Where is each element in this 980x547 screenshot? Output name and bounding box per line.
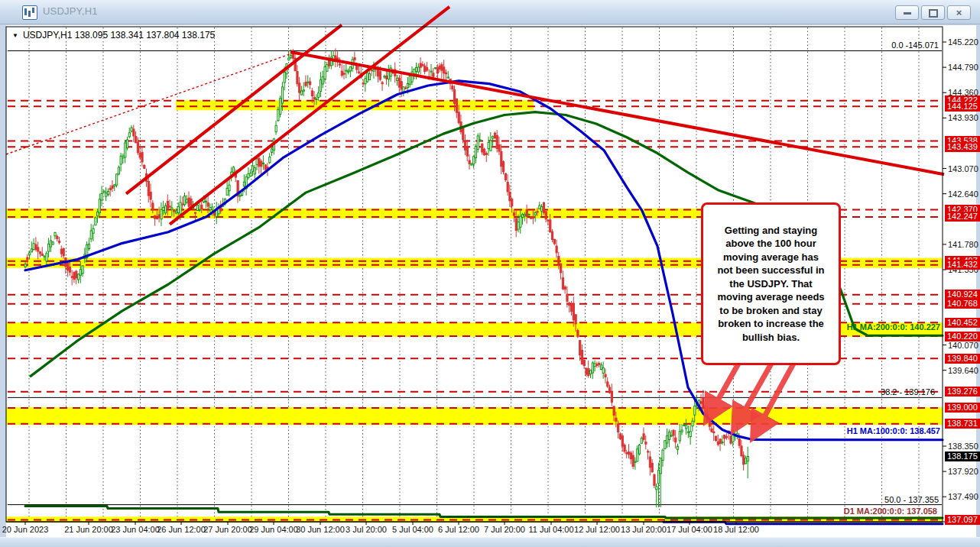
candle-body (747, 456, 748, 461)
candle-body (101, 193, 102, 200)
candle-body (251, 166, 253, 171)
symbol-ohlc-header[interactable]: ▼USDJPY,H1 138.095 138.341 137.804 138.1… (12, 30, 215, 40)
candle-body (681, 430, 683, 432)
candle-body (566, 294, 568, 301)
time-axis-tick: 29 Jun 04:00 (249, 525, 298, 534)
candle-body (619, 434, 621, 439)
candle-body (88, 244, 89, 249)
ma-value-label: D1 MA:200:0:0: 137.058 (844, 507, 937, 516)
candle-body (373, 70, 375, 71)
candle-body (362, 83, 364, 84)
candle-body (307, 82, 309, 83)
price-axis-tick: 144.790 (948, 63, 978, 72)
candle-body (141, 153, 143, 163)
time-axis-tick: 11 Jul 04:00 (528, 525, 573, 534)
candle-body (589, 370, 591, 374)
candle-body (649, 457, 651, 468)
candle-body (105, 193, 107, 196)
candle-body (677, 446, 678, 449)
candle-body (528, 215, 530, 215)
price-axis-tick: 140.070 (948, 341, 978, 350)
candle-body (638, 445, 640, 454)
candle-body (135, 137, 137, 143)
candle-body (177, 206, 179, 212)
candle-body (511, 199, 513, 206)
candle-body (69, 267, 70, 273)
candle-body (339, 64, 340, 65)
candle-body (501, 151, 502, 166)
candle-body (190, 199, 192, 205)
level-price-label: 143.439 (945, 142, 980, 152)
annotation-text-box[interactable]: Getting and staying above the 100 hour m… (701, 202, 841, 365)
candle-body (509, 193, 511, 201)
candle-body (722, 442, 723, 442)
candle-body (57, 236, 58, 238)
candle-body (154, 215, 156, 218)
candle-body (92, 228, 94, 233)
candle-body (515, 218, 517, 231)
level-price-label: 140.220 (945, 332, 980, 341)
candle-body (152, 203, 154, 210)
candle-body (445, 73, 446, 74)
candle-body (258, 158, 260, 167)
candle-body (496, 135, 498, 148)
candle-body (120, 156, 122, 164)
candle-body (201, 205, 203, 209)
candle-body (186, 199, 187, 202)
candle-body (426, 67, 427, 70)
candle-body (397, 78, 398, 80)
candle-body (379, 72, 381, 79)
candle-body (174, 209, 175, 211)
fib-label: 50.0 - 137.355 (884, 495, 939, 504)
candle-body (643, 434, 644, 439)
candle-body (248, 173, 249, 177)
candle-body (73, 273, 75, 280)
time-axis-tick: 23 Jun 04:00 (111, 525, 160, 534)
price-axis-tick: 143.070 (948, 164, 978, 173)
candle-body (207, 203, 209, 207)
candle-body (485, 154, 487, 155)
candle-body (280, 99, 281, 115)
candle-body (654, 474, 655, 485)
candle-body (199, 209, 200, 210)
candle-body (579, 341, 581, 355)
candle-body (297, 72, 298, 84)
candle-body (24, 264, 26, 267)
price-axis-tick: 142.640 (948, 189, 978, 199)
candle-body (596, 364, 598, 366)
candle-body (144, 165, 145, 168)
chevron-down-icon[interactable]: ▼ (12, 32, 18, 39)
candle-body (436, 67, 438, 73)
level-price-label: 141.432 (945, 260, 980, 270)
candle-body (694, 406, 696, 415)
candle-body (50, 241, 51, 247)
candle-body (488, 142, 489, 148)
price-axis-tick: 143.930 (948, 113, 978, 122)
candle-body (133, 129, 135, 136)
level-price-label: 139.276 (945, 387, 980, 396)
price-axis-tick: 139.640 (948, 366, 978, 375)
candle-body (384, 76, 385, 77)
time-axis-tick: 6 Jul 12:00 (438, 525, 479, 534)
candle-body (522, 214, 524, 217)
candle-body (483, 149, 485, 155)
candle-body (477, 136, 479, 150)
candle-body (256, 159, 258, 165)
candle-body (292, 54, 294, 59)
candle-body (367, 73, 368, 82)
candle-body (205, 201, 206, 202)
candle-body (645, 442, 647, 445)
candle-body (745, 458, 746, 464)
candle-body (303, 90, 304, 91)
candle-body (686, 426, 687, 429)
candle-body (615, 418, 617, 421)
candle-body (471, 164, 472, 165)
candle-body (626, 452, 628, 453)
candle-body (441, 65, 443, 70)
candle-body (275, 125, 277, 131)
candle-body (310, 82, 311, 85)
candle-body (167, 201, 168, 209)
candle-body (711, 429, 712, 432)
candle-body (299, 83, 300, 92)
candle-body (368, 74, 370, 80)
